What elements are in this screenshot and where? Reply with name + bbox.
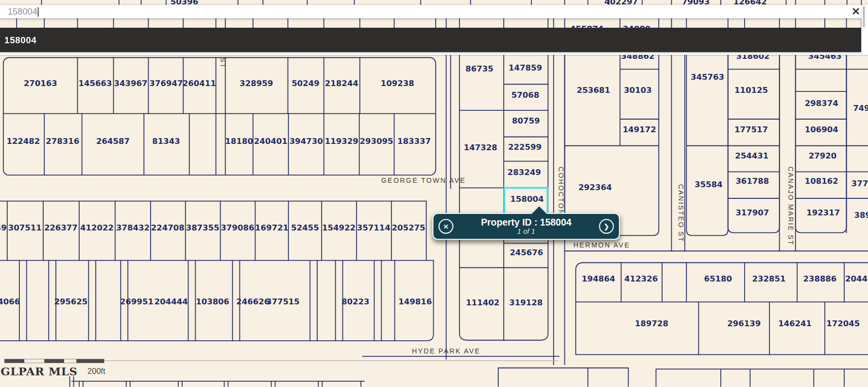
parcel-label[interactable]: 222599 bbox=[508, 142, 542, 152]
street-label: HYDE PARK AVE bbox=[412, 347, 480, 355]
parcel-label[interactable]: 65180 bbox=[704, 274, 732, 283]
search-input[interactable]: 158004 bbox=[8, 7, 37, 17]
parcel-label[interactable]: 49 bbox=[0, 223, 7, 232]
parcel-label[interactable]: 232851 bbox=[752, 274, 786, 283]
suggestion-item[interactable]: 158004 bbox=[4, 35, 36, 45]
parcel-label[interactable]: 387355 bbox=[186, 223, 220, 232]
parcel-label[interactable]: 147859 bbox=[509, 63, 542, 72]
parcel-label[interactable]: 122482 bbox=[6, 137, 40, 146]
parcel-map-app: { "search": { "value": "158004", "close_… bbox=[0, 0, 868, 387]
parcel-label[interactable]: 103806 bbox=[196, 297, 229, 306]
parcel-label[interactable]: 412326 bbox=[624, 274, 658, 283]
parcel-label[interactable]: 57068 bbox=[511, 90, 539, 100]
watermark-logo: GLPAR MLS bbox=[0, 365, 77, 378]
parcel-label[interactable]: 295625 bbox=[54, 297, 87, 306]
parcel-label[interactable]: 18180 bbox=[225, 137, 253, 146]
parcel-label[interactable]: 269951 bbox=[120, 297, 153, 306]
parcel-label[interactable]: 264587 bbox=[96, 137, 130, 146]
parcel-label[interactable]: 81343 bbox=[152, 137, 180, 146]
parcel-label[interactable]: 246626 bbox=[236, 297, 270, 306]
parcel-label[interactable]: 376947 bbox=[149, 79, 183, 88]
parcel-map[interactable]: 2701631456633439673769472604113289595024… bbox=[0, 0, 868, 387]
parcel-label[interactable]: 345763 bbox=[691, 72, 724, 82]
parcel-label[interactable]: 146241 bbox=[778, 319, 812, 328]
parcel-label[interactable]: 254431 bbox=[735, 151, 768, 160]
parcel-label[interactable]: 378432 bbox=[116, 223, 150, 232]
parcel-label[interactable]: 3774 bbox=[851, 179, 868, 188]
parcel-label[interactable]: 86735 bbox=[465, 64, 493, 73]
parcel-label[interactable]: 20441 bbox=[845, 274, 868, 283]
parcel-label[interactable]: 154922 bbox=[322, 223, 356, 232]
parcel-label[interactable]: 292364 bbox=[579, 183, 612, 192]
parcel-label[interactable]: 194864 bbox=[582, 274, 615, 283]
parcel-label[interactable]: 224708 bbox=[151, 223, 185, 232]
parcel-label[interactable]: 377515 bbox=[266, 297, 300, 306]
parcel-label[interactable]: 110125 bbox=[734, 86, 768, 95]
parcel-label[interactable]: 278316 bbox=[46, 137, 79, 146]
parcel-label[interactable]: 149172 bbox=[623, 125, 656, 134]
parcel-label[interactable]: 177517 bbox=[734, 125, 768, 134]
parcel-label[interactable]: 319128 bbox=[509, 298, 543, 307]
parcel-label[interactable]: 357114 bbox=[357, 223, 391, 232]
parcel-label[interactable]: 296139 bbox=[727, 319, 761, 328]
scrollbar[interactable] bbox=[861, 5, 868, 55]
parcel-label[interactable]: 169721 bbox=[255, 223, 289, 232]
parcel-label[interactable]: 283249 bbox=[508, 168, 541, 177]
text-cursor bbox=[38, 7, 39, 16]
dropdown-bottom-edge bbox=[0, 52, 868, 55]
parcel-label[interactable]: 4066 bbox=[0, 297, 20, 306]
parcel-label[interactable]: 245676 bbox=[510, 248, 543, 257]
parcel-label[interactable]: 253681 bbox=[577, 86, 610, 95]
parcel-label[interactable]: 328959 bbox=[239, 79, 273, 88]
parcel-label[interactable]: 749 bbox=[853, 104, 868, 113]
parcel-label[interactable]: 147328 bbox=[464, 143, 497, 152]
scrollbar-thumb[interactable] bbox=[863, 6, 865, 27]
parcel-label[interactable]: 35584 bbox=[695, 180, 722, 189]
parcel-label[interactable]: 80223 bbox=[341, 297, 369, 306]
parcel-label[interactable]: 298374 bbox=[805, 99, 838, 108]
parcel-label[interactable]: 240401 bbox=[254, 137, 288, 146]
property-tooltip: ✕ Property ID : 158004 1 of 1 ❯ bbox=[432, 213, 620, 240]
parcel-label[interactable]: 394730 bbox=[289, 137, 323, 146]
street-label: COHOCTON bbox=[557, 167, 565, 216]
parcel-label[interactable]: 226377 bbox=[44, 223, 78, 232]
parcel-label[interactable]: 27920 bbox=[809, 151, 836, 160]
property-id-title: Property ID : 158004 bbox=[453, 217, 599, 228]
parcel-label[interactable]: 108162 bbox=[805, 176, 838, 186]
search-bar[interactable]: 158004 ✕ bbox=[0, 5, 868, 18]
tooltip-close-button[interactable]: ✕ bbox=[439, 219, 454, 234]
parcel-label[interactable]: 205275 bbox=[392, 223, 425, 232]
parcel-label[interactable]: 30103 bbox=[624, 86, 651, 95]
parcel-label[interactable]: 52455 bbox=[291, 223, 319, 232]
parcel-label[interactable]: 106904 bbox=[805, 125, 838, 134]
parcel-label[interactable]: 260411 bbox=[183, 79, 216, 88]
parcel-label[interactable]: 183337 bbox=[397, 137, 431, 146]
tooltip-next-button[interactable]: ❯ bbox=[599, 219, 614, 234]
parcel-label[interactable]: 158004 bbox=[511, 194, 544, 204]
parcel-label[interactable]: 270163 bbox=[24, 79, 57, 88]
parcel-label[interactable]: 204444 bbox=[154, 297, 188, 306]
close-icon[interactable]: ✕ bbox=[851, 5, 860, 18]
parcel-label[interactable]: 192317 bbox=[806, 208, 840, 217]
parcel-label[interactable]: 109238 bbox=[381, 79, 414, 88]
scale-bar bbox=[4, 359, 104, 363]
parcel-label[interactable]: 238886 bbox=[803, 274, 836, 283]
parcel-label[interactable]: 149816 bbox=[398, 297, 432, 306]
parcel-label[interactable]: 317907 bbox=[735, 208, 769, 217]
parcel-label[interactable]: 218244 bbox=[325, 79, 358, 88]
parcel-label[interactable]: 50249 bbox=[291, 79, 319, 88]
parcel-label[interactable]: 379086 bbox=[221, 223, 254, 232]
parcel-label[interactable]: 172045 bbox=[826, 319, 860, 328]
search-suggestion-bar[interactable]: 158004 bbox=[0, 28, 861, 52]
parcel-label[interactable]: 361788 bbox=[735, 176, 769, 186]
parcel-label[interactable]: 111402 bbox=[466, 298, 499, 307]
parcel-label[interactable]: 189728 bbox=[635, 319, 668, 328]
parcel-label[interactable]: 343967 bbox=[114, 79, 147, 88]
parcel-label[interactable]: 80759 bbox=[512, 116, 540, 125]
parcel-label[interactable]: 307511 bbox=[8, 223, 42, 232]
parcel-label[interactable]: 145663 bbox=[79, 79, 112, 88]
parcel-label[interactable]: 119329 bbox=[325, 137, 358, 146]
parcel-label[interactable]: 293095 bbox=[360, 137, 393, 146]
parcel-label[interactable]: 412022 bbox=[80, 223, 114, 232]
parcel-label[interactable]: 389 bbox=[854, 211, 868, 220]
